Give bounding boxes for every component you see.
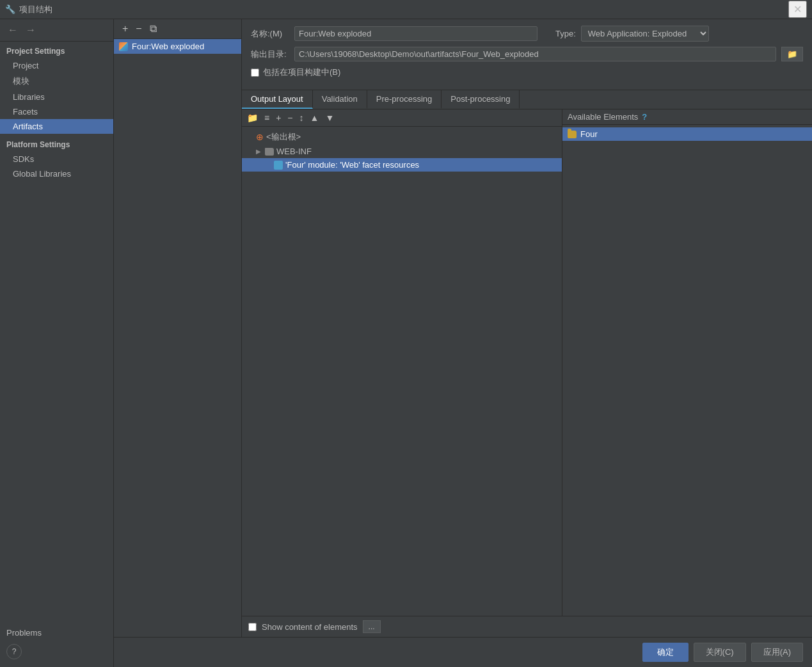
copy-artifact-button[interactable]: ⧉ xyxy=(147,22,160,36)
avail-item-label: Four xyxy=(580,129,598,139)
root-icon: ⊕ xyxy=(256,132,264,142)
add-artifact-button[interactable]: + xyxy=(119,22,131,36)
include-row: 包括在项目构建中(B) xyxy=(251,67,803,78)
sidebar-nav: ← → xyxy=(0,19,113,42)
type-select[interactable]: Web Application: Exploded xyxy=(581,26,709,42)
name-label: 名称:(M) xyxy=(251,28,289,40)
tree-item-label: 'Four' module: 'Web' facet resources xyxy=(285,160,419,170)
properties-area: 名称:(M) Type: Web Application: Exploded 输… xyxy=(242,19,812,90)
name-row: 名称:(M) Type: Web Application: Exploded xyxy=(251,26,803,42)
available-elements-tree: Four xyxy=(562,125,812,616)
forward-button[interactable]: → xyxy=(23,23,38,37)
output-btn-list[interactable]: ≡ xyxy=(262,111,272,124)
folder-icon xyxy=(265,148,274,156)
sidebar-item-project[interactable]: Project xyxy=(0,58,113,73)
close-button[interactable]: ✕ xyxy=(788,1,807,18)
sidebar-item-label: Libraries xyxy=(13,92,45,102)
sidebar-item-label: Facets xyxy=(13,107,38,117)
output-btn-sort[interactable]: ↕ xyxy=(297,111,306,124)
expand-icon: ▶ xyxy=(256,148,262,155)
output-dir-input[interactable] xyxy=(294,47,776,61)
tree-item-webinf[interactable]: ▶ WEB-INF xyxy=(242,145,562,158)
app-icon: 🔧 xyxy=(5,4,15,15)
output-btn-remove[interactable]: − xyxy=(285,111,295,124)
main-container: ← → Project Settings Project 模块 Librarie… xyxy=(0,19,812,667)
output-btn-down[interactable]: ▼ xyxy=(322,111,337,124)
output-tree-toolbar: 📁 ≡ + − ↕ ▲ ▼ xyxy=(242,109,562,127)
tab-pre-processing[interactable]: Pre-processing xyxy=(367,90,442,109)
tabs-bar: Output Layout Validation Pre-processing … xyxy=(242,90,812,109)
available-elements-header: Available Elements ? xyxy=(562,109,812,125)
tab-post-processing[interactable]: Post-processing xyxy=(442,90,520,109)
bottom-bar: Show content of elements ... xyxy=(242,616,812,637)
artifact-list-item[interactable]: Four:Web exploded xyxy=(114,39,241,54)
artifact-list-panel: + − ⧉ Four:Web exploded xyxy=(114,19,242,637)
tree-item-label: <输出根> xyxy=(266,131,301,143)
confirm-button[interactable]: 确定 xyxy=(642,643,689,662)
avail-item-four[interactable]: Four xyxy=(562,127,812,141)
output-btn-up[interactable]: ▲ xyxy=(308,111,322,124)
available-elements-help[interactable]: ? xyxy=(642,112,647,122)
sidebar-item-label: SDKs xyxy=(13,154,34,164)
output-btn-folder[interactable]: 📁 xyxy=(244,111,260,124)
footer: 确定 关闭(C) 应用(A) xyxy=(114,637,812,667)
browse-button[interactable]: 📁 xyxy=(781,47,803,61)
back-button[interactable]: ← xyxy=(5,23,20,37)
output-tree: ⊕ <输出根> ▶ WEB-INF xyxy=(242,127,562,616)
output-tree-panel: 📁 ≡ + − ↕ ▲ ▼ ⊕ xyxy=(242,109,562,616)
split-panel: + − ⧉ Four:Web exploded 名称:(M) Type: xyxy=(114,19,812,637)
available-elements-label: Available Elements xyxy=(568,112,638,122)
available-elements-panel: Available Elements ? Four xyxy=(562,109,812,616)
close-dialog-button[interactable]: 关闭(C) xyxy=(694,643,746,662)
tab-output-layout[interactable]: Output Layout xyxy=(242,90,313,109)
sidebar-item-facets[interactable]: Facets xyxy=(0,104,113,119)
include-checkbox[interactable] xyxy=(251,68,259,77)
show-content-label: Show content of elements xyxy=(262,622,358,632)
show-content-checkbox[interactable] xyxy=(248,623,257,631)
sidebar-item-label: Artifacts xyxy=(13,122,43,131)
title-bar: 🔧 项目结构 ✕ xyxy=(0,0,812,19)
output-dir-label: 输出目录: xyxy=(251,49,289,60)
sidebar-item-label: Global Libraries xyxy=(13,169,71,179)
sidebar-item-problems[interactable]: Problems xyxy=(0,624,113,641)
sidebar-item-label: 模块 xyxy=(13,76,29,86)
output-btn-add[interactable]: + xyxy=(273,111,283,124)
sidebar-item-sdks[interactable]: SDKs xyxy=(0,152,113,166)
title-text: 项目结构 xyxy=(19,4,52,15)
content-area: + − ⧉ Four:Web exploded 名称:(M) Type: xyxy=(114,19,812,667)
tab-validation[interactable]: Validation xyxy=(313,90,367,109)
avail-folder-icon xyxy=(568,131,577,138)
sidebar-item-global-libraries[interactable]: Global Libraries xyxy=(0,166,113,181)
sidebar: ← → Project Settings Project 模块 Librarie… xyxy=(0,19,114,667)
platform-settings-header: Platform Settings xyxy=(0,134,113,152)
help-button-sidebar[interactable]: ? xyxy=(6,644,22,659)
title-bar-left: 🔧 项目结构 xyxy=(5,4,52,15)
module-icon xyxy=(274,161,283,170)
artifact-toolbar: + − ⧉ xyxy=(114,19,241,39)
output-layout-panel: 📁 ≡ + − ↕ ▲ ▼ ⊕ xyxy=(242,109,812,616)
remove-artifact-button[interactable]: − xyxy=(132,22,145,36)
tree-item-module-resources[interactable]: 'Four' module: 'Web' facet resources xyxy=(242,158,562,172)
type-label: Type: xyxy=(555,29,576,38)
name-input[interactable] xyxy=(294,26,537,41)
artifact-name: Four:Web exploded xyxy=(132,42,204,51)
output-dir-row: 输出目录: 📁 xyxy=(251,47,803,61)
sidebar-item-libraries[interactable]: Libraries xyxy=(0,90,113,104)
tree-item-label: WEB-INF xyxy=(276,147,312,156)
dotdot-button[interactable]: ... xyxy=(363,620,381,633)
sidebar-item-label: Project xyxy=(13,61,38,70)
webapp-exploded-icon xyxy=(119,42,128,51)
sidebar-item-artifacts[interactable]: Artifacts xyxy=(0,119,113,134)
tree-item-root[interactable]: ⊕ <输出根> xyxy=(242,129,562,145)
detail-panel: 名称:(M) Type: Web Application: Exploded 输… xyxy=(242,19,812,637)
problems-label: Problems xyxy=(6,628,42,638)
sidebar-item-modules[interactable]: 模块 xyxy=(0,73,113,90)
project-settings-header: Project Settings xyxy=(0,42,113,58)
apply-button[interactable]: 应用(A) xyxy=(751,643,803,662)
include-label: 包括在项目构建中(B) xyxy=(263,67,340,78)
